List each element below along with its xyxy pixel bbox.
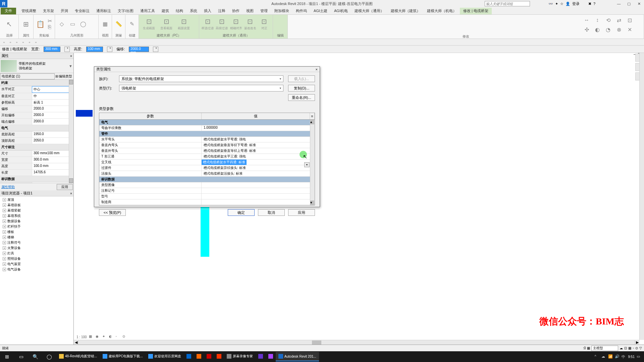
view-tool[interactable]: ▦ [101,19,110,29]
tree-item[interactable]: +照明设备 [1,256,73,261]
modify-tool[interactable]: ↔ [582,15,591,25]
status-icon[interactable]: ▽ [639,346,642,350]
param-row[interactable]: 型号 [99,194,315,199]
type-dropdown[interactable]: 强电桥架 [119,85,283,92]
modify-tool[interactable]: ↕ [593,15,602,25]
modify-tool[interactable]: ◔ [603,25,613,34]
user-icon[interactable]: 👤 [566,2,570,6]
copy-icon[interactable]: ⎘ [47,24,53,30]
star-icon[interactable]: ☆ [560,2,564,6]
ribbon-tool[interactable]: ⊡高级过滤 [215,16,228,33]
qat-icon[interactable]: ▫ [1,40,7,45]
tree-item[interactable]: +楼梯 [1,235,73,240]
tray-icon[interactable]: 中 [622,354,626,359]
tray-icon[interactable]: 📶 [608,354,613,359]
property-row[interactable]: 底部高程1950.0 [0,131,73,138]
grid-menu-icon[interactable]: = [310,113,315,119]
binoculars-icon[interactable]: 👓 [548,2,553,6]
menu-item[interactable]: 注释 [215,8,229,14]
menu-item[interactable]: 系统 [186,8,201,14]
cortana-icon[interactable]: ◯ [42,351,56,362]
menu-item[interactable]: 文字/出图 [114,8,137,14]
property-row[interactable]: 图像 [0,182,73,183]
menu-item[interactable]: 支吊架 [40,8,57,14]
menu-item[interactable]: 附加模块 [271,8,292,14]
tray-icon[interactable]: ^ [595,354,599,359]
search-icon[interactable]: 🔍 [28,351,42,362]
tree-item[interactable]: +幕墙系统 [1,213,73,219]
taskbar-item[interactable]: 屏幕录像专家 [224,352,256,361]
menu-item[interactable]: 开洞 [57,8,71,14]
canvas-scrollbar-v[interactable] [639,53,644,340]
qat-icon[interactable]: ▫ [14,40,19,45]
param-row[interactable]: 垂直外弯头槽式电缆桥架垂直等径上弯通: 标准 [99,148,315,154]
taskbar-item[interactable]: 48-Revit机电配管错... [56,352,100,361]
height-input[interactable]: 100 mm [86,47,103,52]
tree-item[interactable]: +注释符号 [1,240,73,245]
param-category[interactable]: 管件✦ [99,131,315,137]
width-input[interactable]: 300 mm [44,47,60,52]
property-row[interactable]: 偏移2000.0 [0,106,73,112]
rename-button[interactable]: 重命名(R)... [288,94,315,101]
modify-tool[interactable]: ✣ [582,25,591,34]
key-icon[interactable]: ✦ [555,2,558,6]
chevron-down-icon[interactable]: ▼ [69,64,73,68]
ribbon-tool[interactable]: ⊡生成截面 [141,16,157,33]
taskbar-item[interactable]: Autodesk Revit 201... [276,352,319,361]
ribbon-tool[interactable]: ⊡对正 [258,16,271,33]
ok-button[interactable]: 确定 [228,209,255,216]
property-row[interactable]: 垂直对正中 [0,93,73,100]
instance-dropdown[interactable]: 电缆桥架 (1) [0,73,55,79]
menu-item[interactable]: 通用工具 [137,8,158,14]
param-row[interactable]: T 形三通槽式电缆桥架水平三通: 强电 [99,154,315,160]
menu-item[interactable]: 建模大师（机电） [424,8,460,14]
create-tool[interactable]: ✎ [127,19,137,29]
tray-icon[interactable]: 🔊 [615,354,620,359]
param-row[interactable]: 过渡件槽式电缆桥架异径接头: 标准 [99,165,315,171]
tree-item[interactable]: +楼板 [1,229,73,235]
type-selector[interactable]: 带配件的电缆桥架 强电桥架 ▼ [0,59,73,73]
menu-item[interactable]: AGI土建 [310,8,331,14]
preview-button[interactable]: << 预览(P) [99,209,126,216]
scale-label[interactable]: 1 : 100 [76,335,87,339]
panel-close-icon[interactable]: × [69,191,73,196]
viewbar-icon[interactable]: ▫ [116,335,120,339]
viewbar-icon[interactable]: ⊙ [122,335,127,339]
canvas-scrollbar-h[interactable]: ◀ ▶ [74,340,639,345]
status-icon[interactable]: ▫ [633,346,634,350]
minimize-button[interactable]: — [614,0,624,7]
menu-item[interactable]: 协作 [229,8,243,14]
taskbar-item[interactable] [204,352,214,361]
task-view-icon[interactable]: ▭ [14,351,28,362]
dialog-apply-button[interactable]: 应用 [288,209,315,216]
geom-tool[interactable]: ◇ [57,19,66,29]
properties-help-link[interactable]: 属性帮助 [0,185,15,189]
menu-item[interactable]: 通用标注 [93,8,114,14]
taskbar-time[interactable]: 9:51 [628,355,635,359]
tree-item[interactable]: +灯具 [1,251,73,256]
menu-item[interactable]: AGI机电 [331,8,351,14]
modify-tool[interactable]: ◐ [593,25,602,34]
taskbar-item[interactable] [194,352,204,361]
status-icon[interactable]: ⊙ [635,346,638,350]
modify-tool[interactable]: ⊡ [625,15,634,25]
cancel-button[interactable]: 取消 [258,209,285,216]
viewbar-icon[interactable]: ◉ [96,335,100,339]
dialog-close-icon[interactable]: × [316,67,318,71]
qat-icon[interactable]: ▫ [33,40,39,45]
exchange-icon[interactable]: ✖ [588,2,591,6]
tree-item[interactable]: +电气设备 [1,267,73,272]
param-row[interactable]: 水平弯头槽式电缆桥架水平弯通: 强电 [99,137,315,142]
menu-item[interactable]: 专业标注 [71,8,93,14]
menu-item[interactable]: 视图 [243,8,257,14]
property-category[interactable]: 电气✦ [0,125,73,131]
property-row[interactable]: 端点偏移2000.0 [0,119,73,125]
menu-item[interactable]: 结构 [172,8,186,14]
param-row[interactable]: 垂直内弯头槽式电缆桥架垂直等径下弯通: 标准 [99,142,315,148]
help-icon[interactable]: ? [593,2,595,6]
viewbar-icon[interactable]: ◐ [109,335,114,339]
menu-item[interactable]: 插入 [201,8,215,14]
property-row[interactable]: 高度100.0 mm [0,163,73,170]
properties-tool[interactable]: ⊞ [21,16,31,33]
status-icon[interactable]: ▦ [628,346,631,350]
